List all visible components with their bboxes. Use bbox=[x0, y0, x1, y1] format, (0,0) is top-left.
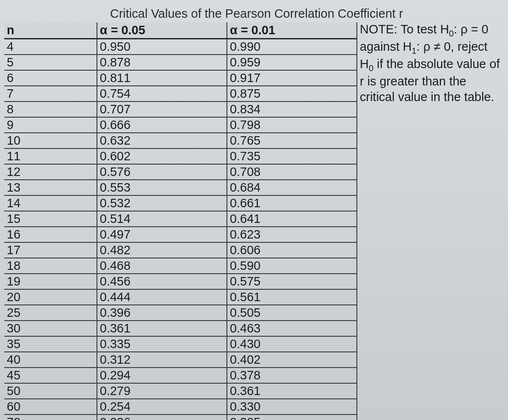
cell-alpha-05: 0.878 bbox=[97, 55, 227, 70]
cell-n: 14 bbox=[4, 195, 97, 211]
cell-alpha-01: 0.623 bbox=[227, 227, 357, 242]
table-row: 180.4680.590 bbox=[4, 258, 357, 274]
cell-alpha-01: 0.990 bbox=[227, 39, 357, 55]
table-row: 170.4820.606 bbox=[4, 242, 357, 258]
header-alpha-01: α = 0.01 bbox=[227, 22, 357, 39]
cell-alpha-01: 0.708 bbox=[227, 164, 357, 180]
cell-n: 45 bbox=[4, 368, 97, 383]
cell-alpha-05: 0.576 bbox=[97, 164, 227, 180]
cell-alpha-01: 0.917 bbox=[227, 70, 357, 86]
cell-alpha-05: 0.444 bbox=[97, 289, 227, 305]
cell-n: 18 bbox=[4, 258, 97, 274]
note-text: NOTE: To test H0: ρ = 0 against H1: ρ ≠ … bbox=[360, 22, 504, 104]
cell-alpha-01: 0.561 bbox=[227, 289, 357, 305]
cell-n: 9 bbox=[4, 117, 97, 133]
table-row: 160.4970.623 bbox=[4, 227, 357, 242]
cell-alpha-05: 0.456 bbox=[97, 274, 227, 289]
cell-alpha-05: 0.666 bbox=[97, 117, 227, 133]
cell-n: 16 bbox=[4, 227, 97, 242]
cell-n: 70 bbox=[4, 415, 97, 420]
table-row: 150.5140.641 bbox=[4, 211, 357, 227]
header-alpha-05: α = 0.05 bbox=[97, 22, 227, 39]
cell-alpha-01: 0.798 bbox=[227, 117, 357, 133]
cell-n: 17 bbox=[4, 242, 97, 258]
cell-alpha-05: 0.335 bbox=[97, 336, 227, 352]
cell-alpha-01: 0.330 bbox=[227, 399, 357, 415]
cell-n: 12 bbox=[4, 164, 97, 180]
table-row: 600.2540.330 bbox=[4, 399, 357, 415]
table-header-row: n α = 0.05 α = 0.01 bbox=[4, 22, 357, 39]
cell-alpha-05: 0.950 bbox=[97, 39, 227, 55]
table-row: 60.8110.917 bbox=[4, 70, 357, 86]
table-row: 250.3960.505 bbox=[4, 305, 357, 321]
cell-alpha-05: 0.236 bbox=[97, 415, 227, 420]
cell-n: 40 bbox=[4, 352, 97, 368]
cell-n: 4 bbox=[4, 39, 97, 55]
cell-alpha-05: 0.482 bbox=[97, 242, 227, 258]
cell-alpha-01: 0.606 bbox=[227, 242, 357, 258]
cell-alpha-01: 0.765 bbox=[227, 133, 357, 148]
table-row: 90.6660.798 bbox=[4, 117, 357, 133]
cell-alpha-05: 0.514 bbox=[97, 211, 227, 227]
cell-alpha-01: 0.361 bbox=[227, 383, 357, 399]
cell-alpha-05: 0.361 bbox=[97, 321, 227, 336]
cell-alpha-05: 0.602 bbox=[97, 148, 227, 164]
cell-alpha-01: 0.661 bbox=[227, 195, 357, 211]
cell-alpha-01: 0.590 bbox=[227, 258, 357, 274]
table-row: 110.6020.735 bbox=[4, 148, 357, 164]
cell-alpha-01: 0.402 bbox=[227, 352, 357, 368]
table-row: 80.7070.834 bbox=[4, 102, 357, 117]
cell-n: 19 bbox=[4, 274, 97, 289]
cell-n: 25 bbox=[4, 305, 97, 321]
cell-alpha-01: 0.735 bbox=[227, 148, 357, 164]
cell-alpha-01: 0.378 bbox=[227, 368, 357, 383]
cell-alpha-05: 0.468 bbox=[97, 258, 227, 274]
cell-alpha-01: 0.305 bbox=[227, 415, 357, 420]
table-row: 450.2940.378 bbox=[4, 368, 357, 383]
table-row: 100.6320.765 bbox=[4, 133, 357, 148]
cell-alpha-01: 0.959 bbox=[227, 55, 357, 70]
table-row: 50.8780.959 bbox=[4, 55, 357, 70]
cell-alpha-01: 0.684 bbox=[227, 180, 357, 195]
cell-alpha-01: 0.463 bbox=[227, 321, 357, 336]
cell-n: 6 bbox=[4, 70, 97, 86]
cell-n: 8 bbox=[4, 102, 97, 117]
cell-alpha-05: 0.396 bbox=[97, 305, 227, 321]
cell-alpha-05: 0.632 bbox=[97, 133, 227, 148]
cell-n: 13 bbox=[4, 180, 97, 195]
table-row: 140.5320.661 bbox=[4, 195, 357, 211]
cell-alpha-05: 0.811 bbox=[97, 70, 227, 86]
cell-alpha-05: 0.532 bbox=[97, 195, 227, 211]
cell-n: 20 bbox=[4, 289, 97, 305]
table-row: 130.5530.684 bbox=[4, 180, 357, 195]
table-row: 400.3120.402 bbox=[4, 352, 357, 368]
table-row: 40.9500.990 bbox=[4, 39, 357, 55]
cell-alpha-01: 0.430 bbox=[227, 336, 357, 352]
cell-alpha-05: 0.497 bbox=[97, 227, 227, 242]
header-n: n bbox=[4, 22, 97, 39]
cell-alpha-05: 0.707 bbox=[97, 102, 227, 117]
table-row: 70.7540.875 bbox=[4, 86, 357, 102]
table-row: 200.4440.561 bbox=[4, 289, 357, 305]
table-row: 300.3610.463 bbox=[4, 321, 357, 336]
cell-n: 7 bbox=[4, 86, 97, 102]
cell-alpha-05: 0.294 bbox=[97, 368, 227, 383]
cell-n: 35 bbox=[4, 336, 97, 352]
cell-alpha-01: 0.505 bbox=[227, 305, 357, 321]
table-row: 120.5760.708 bbox=[4, 164, 357, 180]
cell-alpha-01: 0.875 bbox=[227, 86, 357, 102]
cell-alpha-01: 0.641 bbox=[227, 211, 357, 227]
cell-alpha-01: 0.834 bbox=[227, 102, 357, 117]
cell-alpha-01: 0.575 bbox=[227, 274, 357, 289]
cell-n: 15 bbox=[4, 211, 97, 227]
cell-alpha-05: 0.754 bbox=[97, 86, 227, 102]
table-row: 190.4560.575 bbox=[4, 274, 357, 289]
cell-alpha-05: 0.279 bbox=[97, 383, 227, 399]
critical-values-table: n α = 0.05 α = 0.01 40.9500.99050.8780.9… bbox=[4, 22, 357, 420]
cell-n: 30 bbox=[4, 321, 97, 336]
cell-n: 50 bbox=[4, 383, 97, 399]
cell-alpha-05: 0.254 bbox=[97, 399, 227, 415]
cell-alpha-05: 0.553 bbox=[97, 180, 227, 195]
cell-n: 5 bbox=[4, 55, 97, 70]
cell-alpha-05: 0.312 bbox=[97, 352, 227, 368]
